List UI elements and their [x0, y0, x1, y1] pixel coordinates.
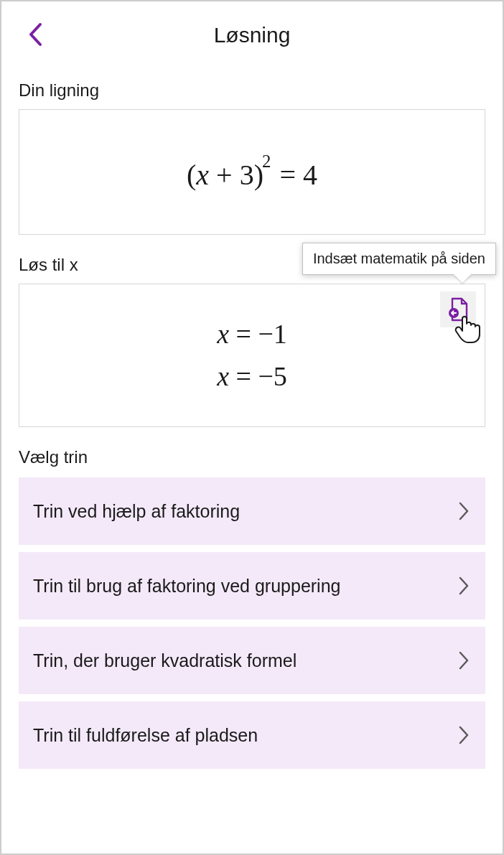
step-item-factoring-grouping[interactable]: Trin til brug af faktoring ved grupperin… [19, 552, 485, 620]
step-label: Trin ved hjælp af faktoring [33, 501, 240, 522]
chevron-right-icon [458, 501, 470, 521]
chevron-right-icon [458, 576, 470, 596]
step-label: Trin til fuldførelse af pladsen [33, 725, 258, 746]
insert-tooltip: Indsæt matematik på siden [302, 243, 496, 275]
step-item-factoring[interactable]: Trin ved hjælp af faktoring [19, 477, 485, 545]
solution-box: Indsæt matematik på siden x = −1x = −5 [19, 284, 485, 427]
step-item-quadratic-formula[interactable]: Trin, der bruger kvadratisk formel [19, 627, 485, 694]
solve-section: Løs til x Indsæt matematik på siden x = … [19, 255, 485, 427]
equation-display: (x + 3)2 = 4 [187, 149, 317, 195]
chevron-right-icon [458, 725, 470, 745]
insert-math-button[interactable] [440, 291, 476, 327]
page-title: Løsning [214, 23, 291, 47]
step-item-completing-square[interactable]: Trin til fuldførelse af pladsen [19, 701, 485, 769]
step-label: Trin, der bruger kvadratisk formel [33, 650, 297, 671]
math-solution-panel: Løsning Din ligning (x + 3)2 = 4 Løs til… [1, 1, 503, 854]
insert-page-icon [447, 297, 469, 322]
equation-section-label: Din ligning [19, 80, 485, 101]
solution-values: x = −1x = −5 [217, 313, 287, 398]
step-label: Trin til brug af faktoring ved grupperin… [33, 576, 340, 597]
solve-section-label: Løs til x [19, 255, 78, 275]
chevron-right-icon [458, 650, 470, 671]
steps-section-label: Vælg trin [19, 447, 485, 467]
back-button[interactable] [24, 23, 47, 46]
panel-header: Løsning [19, 10, 485, 60]
steps-list: Trin ved hjælp af faktoring Trin til bru… [19, 477, 485, 769]
equation-box: (x + 3)2 = 4 [19, 109, 485, 235]
chevron-left-icon [27, 22, 45, 47]
